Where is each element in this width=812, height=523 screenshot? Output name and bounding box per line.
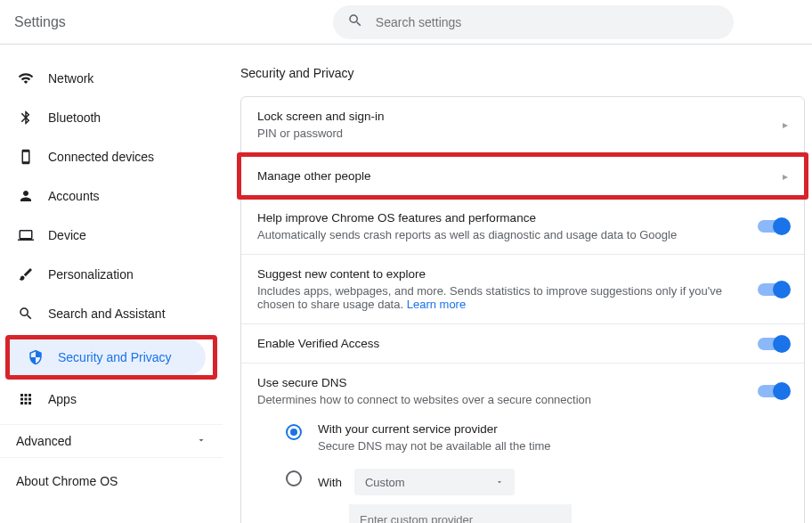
row-title: Help improve Chrome OS features and perf…: [257, 211, 747, 225]
sidebar-item-bluetooth[interactable]: Bluetooth: [0, 100, 223, 135]
learn-more-link[interactable]: Learn more: [407, 298, 466, 311]
radio-desc: Secure DNS may not be available all the …: [318, 439, 551, 453]
wifi-icon: [16, 70, 36, 86]
dns-options: With your current service provider Secur…: [241, 419, 804, 523]
sidebar-item-search-assistant[interactable]: Search and Assistant: [0, 296, 223, 331]
search-icon: [16, 306, 36, 322]
sidebar-item-apps[interactable]: Apps: [0, 381, 223, 417]
chevron-right-icon: ▸: [783, 118, 788, 131]
person-icon: [16, 188, 36, 204]
phone-icon: [16, 149, 36, 165]
dns-provider-select[interactable]: Custom: [354, 469, 515, 495]
row-title: Use secure DNS: [257, 376, 747, 389]
radio-icon: [286, 424, 302, 440]
advanced-toggle[interactable]: Advanced: [0, 424, 223, 457]
radio-option-custom[interactable]: With Custom: [286, 469, 788, 523]
sidebar-item-label: Network: [48, 71, 93, 86]
row-title: Suggest new content to explore: [257, 267, 747, 281]
row-help-improve: Help improve Chrome OS features and perf…: [241, 199, 804, 255]
about-label: About Chrome OS: [16, 474, 118, 488]
radio-option-current-provider[interactable]: With your current service provider Secur…: [286, 422, 788, 453]
page-title: Settings: [14, 14, 66, 30]
sidebar-item-accounts[interactable]: Accounts: [0, 178, 223, 214]
sidebar-item-label: Device: [48, 228, 86, 242]
sidebar-item-label: Accounts: [48, 189, 100, 203]
sidebar: Network Bluetooth Connected devices Acco…: [0, 45, 223, 523]
settings-card: Lock screen and sign-in PIN or password …: [240, 96, 805, 523]
sidebar-item-label: Personalization: [48, 267, 134, 282]
row-title: Manage other people: [257, 169, 775, 183]
sidebar-item-network[interactable]: Network: [0, 61, 223, 96]
custom-provider-input[interactable]: [349, 504, 572, 523]
about-chrome-os[interactable]: About Chrome OS: [0, 457, 223, 504]
search-box[interactable]: [333, 5, 734, 39]
radio-title: With: [318, 476, 342, 489]
chevron-down-icon: [495, 476, 504, 489]
sidebar-item-label: Apps: [48, 392, 77, 406]
sidebar-item-personalization[interactable]: Personalization: [0, 257, 223, 292]
search-icon: [347, 12, 363, 31]
highlight-box-sidebar: Security and Privacy: [5, 335, 217, 380]
content-area: Security and Privacy Lock screen and sig…: [223, 45, 812, 523]
advanced-label: Advanced: [16, 434, 71, 448]
apps-icon: [16, 391, 36, 407]
row-lock-screen[interactable]: Lock screen and sign-in PIN or password …: [241, 97, 804, 153]
sidebar-item-label: Security and Privacy: [58, 350, 172, 364]
row-desc: Automatically sends crash reports as wel…: [257, 228, 747, 241]
row-desc: Determines how to connect to websites ov…: [257, 393, 747, 406]
row-secure-dns: Use secure DNS Determines how to connect…: [241, 364, 804, 419]
sidebar-item-label: Connected devices: [48, 150, 154, 164]
chevron-right-icon: ▸: [783, 170, 788, 183]
sidebar-item-connected-devices[interactable]: Connected devices: [0, 139, 223, 175]
radio-title: With your current service provider: [318, 422, 551, 436]
section-title: Security and Privacy: [240, 66, 805, 80]
chevron-down-icon: [196, 434, 207, 448]
row-manage-people[interactable]: Manage other people ▸: [237, 152, 808, 200]
shield-icon: [26, 349, 45, 365]
sidebar-item-label: Bluetooth: [48, 110, 101, 125]
row-desc: Includes apps, webpages, and more. Sends…: [257, 284, 747, 311]
row-title: Lock screen and sign-in: [257, 110, 775, 123]
toggle-verified-access[interactable]: [758, 338, 788, 350]
row-suggest-content: Suggest new content to explore Includes …: [241, 255, 804, 324]
toggle-suggest-content[interactable]: [758, 283, 788, 296]
laptop-icon: [16, 227, 36, 243]
radio-icon: [286, 470, 302, 486]
search-input[interactable]: [376, 15, 719, 29]
brush-icon: [16, 266, 36, 282]
row-desc: PIN or password: [257, 127, 775, 140]
sidebar-item-device[interactable]: Device: [0, 217, 223, 253]
select-value: Custom: [365, 476, 405, 489]
sidebar-item-security[interactable]: Security and Privacy: [10, 339, 206, 375]
toggle-secure-dns[interactable]: [758, 385, 788, 397]
sidebar-item-label: Search and Assistant: [48, 306, 166, 321]
row-verified-access: Enable Verified Access: [241, 324, 804, 364]
toggle-help-improve[interactable]: [758, 220, 788, 233]
bluetooth-icon: [16, 110, 36, 126]
row-title: Enable Verified Access: [257, 337, 747, 350]
